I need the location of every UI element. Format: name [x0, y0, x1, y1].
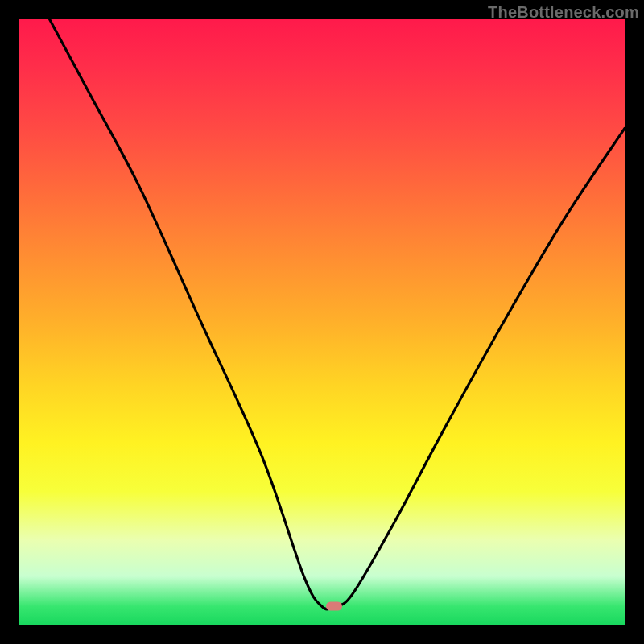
chart-frame: TheBottleneck.com	[0, 0, 644, 644]
bottleneck-curve-line	[50, 19, 625, 609]
watermark-text: TheBottleneck.com	[488, 3, 639, 22]
optimum-marker	[326, 602, 342, 611]
plot-area	[19, 19, 625, 625]
curve-svg	[19, 19, 625, 625]
